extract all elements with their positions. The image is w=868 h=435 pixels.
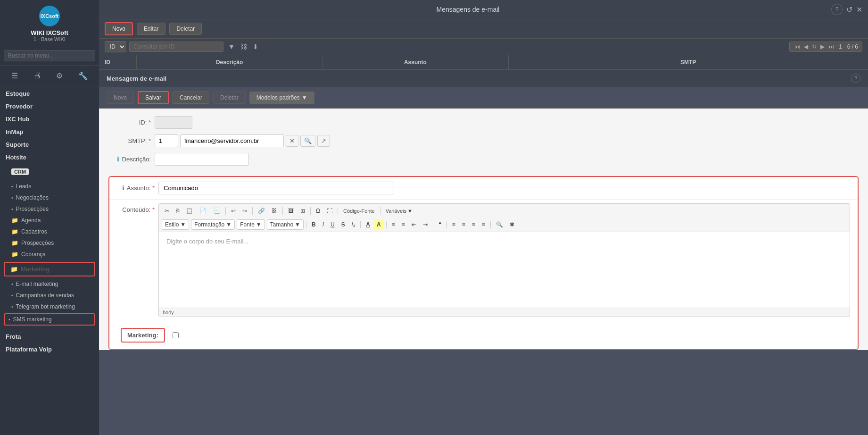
editor-font-dropdown[interactable]: Fonte ▼	[237, 219, 265, 230]
editor-italic-button[interactable]: I	[320, 219, 327, 230]
editor-ol-button[interactable]: ≡	[389, 219, 398, 230]
sidebar-item-suporte[interactable]: Suporte	[0, 137, 99, 150]
sidebar-item-sms-marketing[interactable]: • SMS marketing	[4, 313, 95, 326]
assunto-input[interactable]	[158, 182, 394, 194]
editor-vars-button[interactable]: Variáveis ▼	[383, 206, 415, 216]
wrench-icon[interactable]: 🔧	[76, 69, 90, 82]
editor-align-right-button[interactable]: ≡	[469, 219, 478, 230]
editor-cut-button[interactable]: ✂	[162, 206, 172, 216]
editor-align-justify-button[interactable]: ≡	[479, 219, 488, 230]
editor-fullscreen-button[interactable]: ⛶	[324, 206, 335, 216]
sidebar-search-input[interactable]	[4, 50, 95, 61]
editor-paste-plain-button[interactable]: 📃	[210, 206, 223, 216]
smtp-search-button[interactable]: 🔍	[300, 135, 315, 147]
form-deletar-button[interactable]: Deletar	[213, 92, 246, 104]
editor-align-left-button[interactable]: ≡	[449, 219, 458, 230]
sidebar-item-crm[interactable]: CRM	[11, 168, 29, 175]
smtp-email-input[interactable]	[180, 134, 284, 147]
editor-italic2-button[interactable]: Ix	[349, 219, 358, 230]
editor-special-char-button[interactable]: Ω	[313, 206, 323, 216]
sidebar-item-telegram[interactable]: • Telegram bot marketing	[0, 301, 99, 312]
th-id[interactable]: ID	[99, 55, 137, 69]
smtp-clear-button[interactable]: ✕	[286, 135, 298, 147]
th-assunto[interactable]: Assunto	[322, 55, 508, 69]
editor-content[interactable]: Digite o corpo do seu E-mail...	[159, 232, 850, 308]
editor-blockquote-button[interactable]: ❝	[436, 219, 444, 230]
sidebar-item-marketing[interactable]: 📁 Marketing	[4, 262, 95, 276]
smtp-number-input[interactable]	[155, 134, 178, 147]
prev-page-button[interactable]: ◀	[803, 43, 809, 50]
editor-unlink-button[interactable]: ⛓	[269, 206, 280, 216]
id-input[interactable]	[155, 116, 192, 129]
editar-button[interactable]: Editar	[137, 23, 165, 35]
th-smtp[interactable]: SMTP	[509, 55, 868, 69]
editor-font-color-button[interactable]: A	[363, 219, 373, 230]
print-icon[interactable]: 🖨	[32, 69, 43, 82]
next-page-button[interactable]: ▶	[819, 43, 826, 50]
editor-copy-button[interactable]: ⎘	[173, 206, 182, 216]
settings-icon[interactable]: ⚙	[54, 69, 65, 82]
sidebar-item-ixchub[interactable]: IXC Hub	[0, 112, 99, 125]
filter-input[interactable]	[129, 42, 223, 52]
refresh-icon[interactable]: ↺	[846, 5, 852, 14]
sidebar-item-frota[interactable]: Frota	[0, 329, 99, 342]
sidebar-item-agenda[interactable]: 📁 Agenda	[0, 215, 99, 226]
editor-strikethrough-button[interactable]: S	[339, 219, 348, 230]
refresh-list-button[interactable]: ↻	[811, 43, 818, 50]
sidebar-item-campanhas[interactable]: • Campanhas de vendas	[0, 290, 99, 301]
sidebar-item-inmap[interactable]: InMap	[0, 125, 99, 137]
editor-paste-button[interactable]: 📋	[183, 206, 196, 216]
last-page-button[interactable]: ⏭	[827, 43, 835, 50]
editor-table-button[interactable]: ⊞	[298, 206, 308, 216]
editor-indent-more-button[interactable]: ⇥	[420, 219, 430, 230]
sidebar-item-provedor[interactable]: Provedor	[0, 99, 99, 112]
form-salvar-button[interactable]: Salvar	[138, 91, 169, 104]
deletar-button[interactable]: Deletar	[169, 23, 202, 35]
editor-search-replace-button[interactable]: 🔍	[493, 219, 506, 230]
editor-ul-button[interactable]: ≡	[399, 219, 408, 230]
sidebar-item-cobranca[interactable]: 📁 Cobrança	[0, 249, 99, 260]
form-cancelar-button[interactable]: Cancelar	[173, 92, 209, 104]
form-novo-button[interactable]: Novo	[107, 92, 134, 104]
sidebar-item-estoque[interactable]: Estoque	[0, 86, 99, 99]
download-icon[interactable]: ⬇	[251, 42, 260, 51]
sidebar-item-prospeccoes[interactable]: • Prospecções	[0, 203, 99, 215]
descricao-input[interactable]	[155, 153, 249, 166]
editor-undo-button[interactable]: ↩	[228, 206, 239, 216]
first-page-button[interactable]: ⏮	[794, 43, 801, 50]
filter-select[interactable]: ID	[105, 41, 126, 52]
marketing-checkbox[interactable]	[173, 332, 179, 338]
editor-redo-button[interactable]: ↪	[240, 206, 250, 216]
dropdown-icon[interactable]: ▼	[226, 42, 237, 51]
sidebar-item-negociacoes[interactable]: • Negociações	[0, 192, 99, 203]
novo-button[interactable]: Novo	[105, 22, 133, 35]
menu-icon[interactable]: ☰	[9, 69, 20, 82]
dot-icon: •	[8, 317, 10, 322]
editor-underline-button[interactable]: U	[328, 219, 338, 230]
sidebar-item-hotsite[interactable]: Hotsite	[0, 150, 99, 163]
sidebar-item-leads[interactable]: • Leads	[0, 181, 99, 192]
editor-format-dropdown[interactable]: Formatação ▼	[191, 219, 235, 230]
close-icon[interactable]: ✕	[856, 5, 862, 14]
editor-bold-button[interactable]: B	[309, 219, 319, 230]
sidebar-item-cadastros[interactable]: 📁 Cadastros	[0, 226, 99, 237]
form-modelos-button[interactable]: Modelos padrões ▼	[249, 92, 314, 104]
smtp-open-button[interactable]: ↗	[317, 135, 330, 147]
editor-image-button[interactable]: 🖼	[285, 206, 297, 216]
editor-align-center-button[interactable]: ≡	[459, 219, 468, 230]
th-descricao[interactable]: Descrição	[137, 55, 322, 69]
editor-indent-less-button[interactable]: ⇤	[409, 219, 419, 230]
editor-paste-word-button[interactable]: 📄	[197, 206, 209, 216]
sidebar-item-email-marketing[interactable]: • E-mail marketing	[0, 278, 99, 290]
editor-link-button[interactable]: 🔗	[255, 206, 268, 216]
editor-source-button[interactable]: Código-Fonte	[340, 206, 378, 216]
form-help-icon[interactable]: ?	[851, 74, 860, 83]
editor-size-dropdown[interactable]: Tamanho ▼	[267, 219, 304, 230]
editor-bg-color-button[interactable]: A	[374, 219, 384, 230]
sidebar-item-prospeccoes2[interactable]: 📁 Prospecções	[0, 237, 99, 249]
editor-cleanup-button[interactable]: ✱	[507, 219, 517, 230]
help-icon[interactable]: ?	[831, 4, 843, 15]
editor-style-dropdown[interactable]: Estilo ▼	[162, 219, 189, 230]
sidebar-item-plataforma-voip[interactable]: Plataforma Voip	[0, 342, 99, 355]
chain-icon[interactable]: ⛓	[239, 42, 249, 51]
